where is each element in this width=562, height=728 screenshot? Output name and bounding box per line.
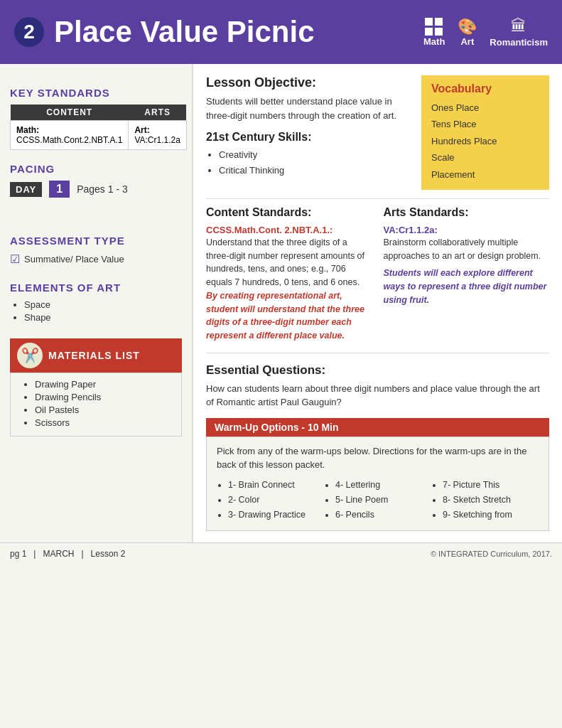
skill-critical: Critical Thinking bbox=[219, 163, 410, 178]
content-standard-italic: By creating representational art, studen… bbox=[206, 291, 364, 341]
century-skills-list: Creativity Critical Thinking bbox=[206, 147, 410, 178]
subject-icons: Math 🎨 Art 🏛 Romanticism bbox=[423, 17, 548, 48]
warmup-8: 8- Sketch Stretch bbox=[443, 493, 539, 508]
main-layout: KEY STANDARDS CONTENT ARTS Math: CCSS.Ma… bbox=[0, 64, 562, 542]
warmup-header: Warm-Up Options - 10 Min bbox=[206, 418, 549, 437]
skill-creativity: Creativity bbox=[219, 147, 410, 163]
vocab-hundreds: Hundreds Place bbox=[431, 133, 539, 149]
warmup-2: 2- Color bbox=[228, 493, 324, 508]
content-standard-label: Math: bbox=[16, 125, 39, 135]
arts-standards-col: Arts Standards: VA:Cr1.1.2a: Brainstorm … bbox=[384, 206, 550, 347]
objective-skills-col: Lesson Objective: Students will better u… bbox=[206, 75, 410, 190]
day-label: DAY bbox=[10, 182, 42, 197]
content-standards-title: Content Standards: bbox=[206, 206, 372, 219]
lesson-number: 2 bbox=[14, 17, 44, 47]
art-palette-icon: 🎨 bbox=[458, 18, 477, 36]
arts-standard-label: Art: bbox=[134, 125, 149, 135]
materials-header: ✂️ MATERIALS LIST bbox=[10, 338, 182, 373]
warmup-7: 7- Picture This bbox=[443, 478, 539, 493]
vocab-placement: Placement bbox=[431, 166, 539, 183]
vocab-scale: Scale bbox=[431, 149, 539, 166]
essential-questions-text: How can students learn about three digit… bbox=[206, 382, 549, 410]
arts-standard-cell: Art: VA:Cr1.1.2a bbox=[129, 121, 186, 150]
warmup-box: Pick from any of the warm-ups below. Dir… bbox=[206, 437, 549, 531]
warmup-col-2: 4- Lettering 5- Line Poem 6- Pencils bbox=[324, 478, 431, 523]
standards-table: CONTENT ARTS Math: CCSS.Math.Cont.2.NBT.… bbox=[10, 105, 187, 150]
checkbox-icon: ☑ bbox=[10, 252, 20, 266]
element-shape: Shape bbox=[24, 312, 182, 323]
arts-standards-title: Arts Standards: bbox=[384, 206, 550, 219]
content-standard-body: Understand that the three digits of a th… bbox=[206, 236, 372, 343]
day-number: 1 bbox=[49, 181, 70, 198]
vocab-list: Ones Place Tens Place Hundreds Place Sca… bbox=[431, 100, 539, 183]
warmup-6: 6- Pencils bbox=[335, 508, 431, 523]
assessment-item: ☑ Summative/ Place Value bbox=[10, 252, 182, 266]
assessment-label: Summative/ Place Value bbox=[24, 254, 124, 264]
pacing-row: DAY 1 Pages 1 - 3 bbox=[10, 181, 182, 198]
warmup-1: 1- Brain Connect bbox=[228, 478, 324, 493]
material-4: Scissors bbox=[35, 417, 171, 428]
pages-text: Pages 1 - 3 bbox=[77, 183, 128, 195]
romanticism-icon: 🏛 bbox=[511, 17, 526, 36]
lesson-objective-text: Students will better understand place va… bbox=[206, 95, 410, 122]
content-area: Lesson Objective: Students will better u… bbox=[192, 64, 562, 542]
content-standard-cell: Math: CCSS.Math.Cont.2.NBT.A.1 bbox=[11, 121, 129, 150]
lesson-objective-title: Lesson Objective: bbox=[206, 75, 410, 90]
warmup-col-3: 7- Picture This 8- Sketch Stretch 9- Ske… bbox=[431, 478, 539, 523]
essential-questions-title: Essential Questions: bbox=[206, 363, 549, 378]
material-1: Drawing Paper bbox=[35, 379, 171, 390]
footer-sep1: | bbox=[33, 549, 36, 559]
warmup-3: 3- Drawing Practice bbox=[228, 508, 324, 523]
arts-header: ARTS bbox=[129, 105, 186, 121]
material-2: Drawing Pencils bbox=[35, 392, 171, 402]
lesson-title: Place Value Picnic bbox=[54, 15, 423, 49]
page-header: 2 Place Value Picnic Math 🎨 Art 🏛 Romant… bbox=[0, 0, 562, 64]
art-icon-item: 🎨 Art bbox=[458, 18, 477, 47]
content-header: CONTENT bbox=[11, 105, 129, 121]
vocab-title: Vocabulary bbox=[431, 82, 539, 95]
content-standard-code: CCSS.Math.Cont. 2.NBT.A.1.: bbox=[206, 225, 333, 235]
key-standards-title: KEY STANDARDS bbox=[10, 87, 182, 99]
romanticism-icon-item: 🏛 Romanticism bbox=[490, 17, 548, 48]
scissors-icon: ✂️ bbox=[17, 343, 43, 368]
element-space: Space bbox=[24, 299, 182, 310]
arts-standard-code: VA:Cr1.1.2a: bbox=[384, 225, 438, 235]
standards-row: Math: CCSS.Math.Cont.2.NBT.A.1 Art: VA:C… bbox=[11, 121, 187, 150]
materials-box: Drawing Paper Drawing Pencils Oil Pastel… bbox=[10, 373, 182, 437]
footer-copyright: © INTEGRATED Curriculum, 2017. bbox=[431, 550, 552, 558]
vocab-ones: Ones Place bbox=[431, 100, 539, 116]
warmup-columns: 1- Brain Connect 2- Color 3- Drawing Pra… bbox=[217, 478, 539, 523]
materials-title: MATERIALS LIST bbox=[48, 350, 140, 361]
warmup-9: 9- Sketching from bbox=[443, 508, 539, 523]
warmup-4: 4- Lettering bbox=[335, 478, 431, 493]
warmup-intro: Pick from any of the warm-ups below. Dir… bbox=[217, 444, 539, 472]
century-skills-title: 21st Century Skills: bbox=[206, 131, 410, 144]
sidebar: KEY STANDARDS CONTENT ARTS Math: CCSS.Ma… bbox=[0, 64, 192, 542]
content-standards-col: Content Standards: CCSS.Math.Cont. 2.NBT… bbox=[206, 206, 372, 347]
footer-lesson: Lesson 2 bbox=[91, 549, 126, 559]
math-label: Math bbox=[423, 36, 445, 47]
top-row: Lesson Objective: Students will better u… bbox=[206, 75, 549, 190]
standards-row: Content Standards: CCSS.Math.Cont. 2.NBT… bbox=[206, 206, 549, 347]
warmup-col-1: 1- Brain Connect 2- Color 3- Drawing Pra… bbox=[217, 478, 324, 523]
pacing-title: PACING bbox=[10, 163, 182, 175]
vocabulary-box: Vocabulary Ones Place Tens Place Hundred… bbox=[421, 75, 549, 190]
elements-title: ELEMENTS OF ART bbox=[10, 282, 182, 294]
assessment-title: ASSESSMENT TYPE bbox=[10, 235, 182, 247]
footer-sep2: | bbox=[81, 549, 83, 559]
arts-standard-code: VA:Cr1.1.2a bbox=[134, 135, 180, 145]
math-icon-item: Math bbox=[423, 18, 445, 47]
footer-month: MARCH bbox=[43, 549, 74, 559]
content-standard-code: CCSS.Math.Cont.2.NBT.A.1 bbox=[16, 135, 122, 145]
material-3: Oil Pastels bbox=[35, 405, 171, 415]
art-label: Art bbox=[460, 36, 474, 47]
romanticism-label: Romanticism bbox=[490, 37, 548, 48]
arts-standard-italic: Students will each explore different way… bbox=[384, 267, 550, 306]
materials-list: Drawing Paper Drawing Pencils Oil Pastel… bbox=[21, 379, 171, 428]
arts-standard-body: Brainstorm collaboratively multiple appr… bbox=[384, 236, 550, 263]
page-footer: pg 1 | MARCH | Lesson 2 © INTEGRATED Cur… bbox=[0, 542, 562, 564]
math-grid-icon bbox=[425, 18, 443, 36]
warmup-5: 5- Line Poem bbox=[335, 493, 431, 508]
vocab-tens: Tens Place bbox=[431, 116, 539, 132]
elements-list: Space Shape bbox=[10, 299, 182, 323]
